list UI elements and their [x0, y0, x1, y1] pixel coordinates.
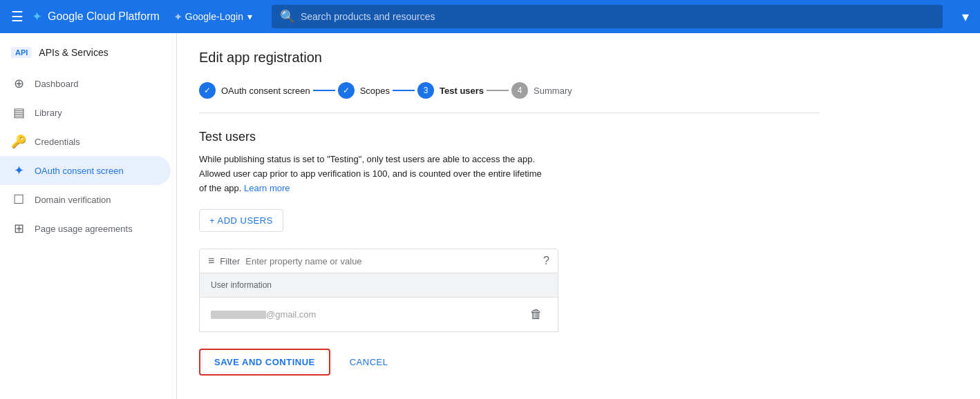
oauth-icon: ✦ — [11, 163, 26, 178]
dashboard-icon: ⊕ — [11, 76, 26, 91]
filter-label: Filter — [220, 256, 240, 266]
col-action — [516, 273, 558, 297]
page-usage-icon: ⊞ — [11, 221, 26, 236]
sidebar-item-credentials[interactable]: 🔑 Credentials — [0, 127, 171, 156]
section-description: While publishing status is set to "Testi… — [199, 153, 545, 195]
step-label-scopes: Scopes — [360, 86, 390, 96]
add-users-button[interactable]: + ADD USERS — [199, 209, 283, 232]
sidebar-header: API APIs & Services — [0, 39, 176, 69]
email-suffix: @gmail.com — [266, 309, 316, 320]
delete-user-button[interactable]: 🗑 — [527, 304, 545, 324]
page-title: Edit app registration — [199, 50, 820, 66]
nav-chevron-icon: ▾ — [962, 8, 969, 25]
table-header-row: User information — [200, 273, 558, 297]
email-blur-block — [211, 311, 266, 319]
step-summary: 4 Summary — [511, 82, 572, 99]
search-input[interactable] — [301, 11, 934, 22]
search-bar: 🔍 — [272, 5, 943, 28]
table-cell-email: @gmail.com — [200, 302, 516, 327]
api-badge: API — [11, 47, 32, 58]
search-icon: 🔍 — [280, 9, 295, 24]
top-nav: ☰ ✦ Google Cloud Platform ✦ Google-Login… — [0, 0, 980, 33]
step-circle-scopes: ✓ — [338, 82, 355, 99]
project-name: Google-Login — [185, 11, 243, 22]
step-connector-1 — [313, 90, 335, 91]
step-scopes: ✓ Scopes — [338, 82, 390, 99]
sidebar-item-page-usage[interactable]: ⊞ Page usage agreements — [0, 214, 171, 243]
project-icon: ✦ — [173, 10, 182, 23]
step-label-summary: Summary — [534, 86, 572, 96]
users-table: User information @gmail.com 🗑 — [199, 273, 558, 332]
menu-icon[interactable]: ☰ — [11, 8, 23, 25]
filter-help-icon[interactable]: ? — [543, 255, 549, 267]
sidebar-item-domain-verification[interactable]: ☐ Domain verification — [0, 185, 171, 214]
learn-more-link[interactable]: Learn more — [244, 183, 290, 193]
credentials-icon: 🔑 — [11, 134, 26, 149]
table-header: User information — [200, 273, 558, 297]
table-row: @gmail.com 🗑 — [200, 297, 558, 331]
filter-icon: ≡ — [208, 255, 214, 267]
step-test-users: 3 Test users — [417, 82, 484, 99]
step-oauth: ✓ OAuth consent screen — [199, 82, 310, 99]
library-icon: ▤ — [11, 105, 26, 120]
domain-icon: ☐ — [11, 192, 26, 207]
project-chevron-icon: ▾ — [247, 11, 252, 22]
step-circle-test-users: 3 — [417, 82, 434, 99]
blurred-email: @gmail.com — [211, 309, 505, 320]
main-content: Edit app registration ✓ OAuth consent sc… — [177, 33, 842, 399]
project-selector[interactable]: ✦ Google-Login ▾ — [173, 10, 252, 23]
filter-bar: ≡ Filter ? — [199, 249, 558, 273]
step-label-test-users: Test users — [440, 86, 484, 96]
sidebar-item-label: Domain verification — [35, 195, 111, 205]
step-connector-2 — [393, 90, 415, 91]
logo-dot-icon: ✦ — [32, 9, 42, 24]
col-user-info: User information — [200, 273, 516, 297]
step-circle-oauth: ✓ — [199, 82, 216, 99]
table-cell-action: 🗑 — [516, 298, 558, 331]
app-logo[interactable]: ✦ Google Cloud Platform — [32, 9, 160, 24]
sidebar-item-oauth-consent[interactable]: ✦ OAuth consent screen — [0, 156, 171, 185]
bottom-actions: SAVE AND CONTINUE CANCEL — [199, 349, 820, 376]
filter-input[interactable] — [245, 256, 538, 266]
layout: API APIs & Services ⊕ Dashboard ▤ Librar… — [0, 33, 980, 399]
sidebar-item-label: Credentials — [35, 137, 80, 147]
sidebar-header-title: APIs & Services — [39, 47, 108, 58]
right-panel — [842, 33, 980, 399]
sidebar-item-label: OAuth consent screen — [35, 166, 124, 176]
step-circle-summary: 4 — [511, 82, 528, 99]
sidebar-item-label: Page usage agreements — [35, 224, 133, 234]
stepper: ✓ OAuth consent screen ✓ Scopes 3 Test u… — [199, 82, 820, 113]
step-connector-3 — [487, 90, 509, 91]
section-title: Test users — [199, 130, 820, 144]
sidebar-item-dashboard[interactable]: ⊕ Dashboard — [0, 69, 171, 98]
step-label-oauth: OAuth consent screen — [221, 86, 310, 96]
cancel-button[interactable]: CANCEL — [341, 350, 397, 374]
save-and-continue-button[interactable]: SAVE AND CONTINUE — [199, 349, 330, 376]
sidebar-item-label: Dashboard — [35, 79, 79, 89]
app-title: Google Cloud Platform — [48, 10, 160, 23]
sidebar: API APIs & Services ⊕ Dashboard ▤ Librar… — [0, 33, 177, 399]
sidebar-item-label: Library — [35, 108, 62, 118]
sidebar-item-library[interactable]: ▤ Library — [0, 98, 171, 127]
